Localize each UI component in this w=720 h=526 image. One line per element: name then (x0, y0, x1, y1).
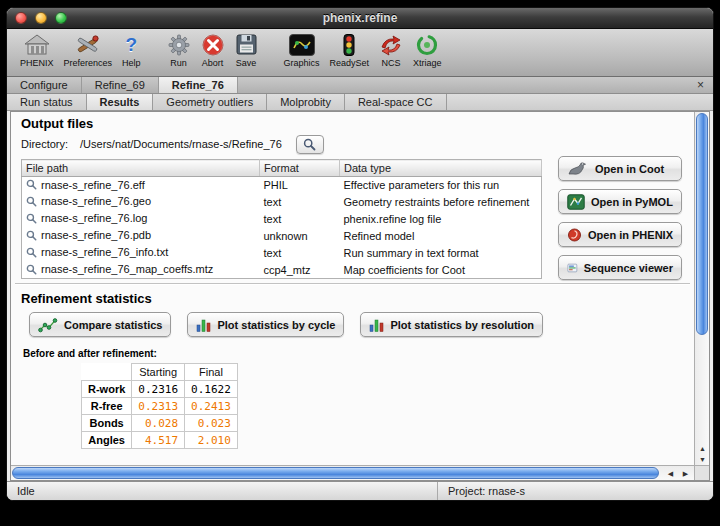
file-data-type: Refined model (340, 228, 542, 245)
directory-label: Directory: (21, 138, 68, 150)
file-row[interactable]: rnase-s_refine_76_info.txt text Run summ… (22, 245, 542, 262)
vertical-scrollbar-thumb[interactable] (696, 113, 708, 335)
question-mark-icon: ? (126, 31, 138, 58)
section-divider (15, 283, 690, 284)
phenix-refine-window: phenix.refine PHENIX Preferences ? Help … (6, 7, 714, 501)
compare-statistics-button[interactable]: Compare statistics (29, 312, 171, 337)
file-name: rnase-s_refine_76.log (41, 212, 147, 224)
vertical-scrollbar-arrows: ▲ ▼ (695, 443, 710, 465)
refinement-statistics-heading: Refinement statistics (21, 291, 684, 306)
horizontal-scrollbar-thumb[interactable] (12, 467, 659, 479)
magnifier-icon (26, 196, 37, 207)
toolbar-button-help[interactable]: ? Help (117, 31, 146, 68)
output-files-table[interactable]: File path Format Data type rnase-s_refin… (21, 159, 542, 279)
scroll-left-icon[interactable]: ◀ (663, 466, 678, 481)
abort-x-icon (201, 31, 225, 58)
open-in-coot-button[interactable]: Open in Coot (558, 156, 682, 181)
scroll-up-icon[interactable]: ▲ (695, 443, 710, 454)
project-label: Project: rnase-s (437, 482, 525, 500)
toolbar-button-label: NCS (382, 58, 401, 68)
tab-geometry-outliers[interactable]: Geometry outliers (153, 94, 267, 110)
file-row[interactable]: rnase-s_refine_76.eff PHIL Effective par… (22, 177, 542, 194)
toolbar-button-ncs[interactable]: NCS (374, 31, 408, 68)
column-header-format[interactable]: Format (260, 160, 340, 177)
file-data-type: Geometry restraints before refinement (340, 194, 542, 211)
phenix-home-icon (24, 31, 50, 58)
minimize-window-button[interactable] (35, 12, 47, 24)
toolbar-button-xtriage[interactable]: Xtriage (408, 31, 447, 68)
window-title: phenix.refine (323, 11, 398, 25)
stat-label: R-free (82, 398, 132, 415)
window-controls (15, 12, 67, 24)
column-header-final: Final (185, 364, 238, 381)
file-data-type: phenix.refine log file (340, 211, 542, 228)
stats-row-r-free: R-free 0.2313 0.2413 (82, 398, 238, 415)
close-tab-icon[interactable]: × (688, 77, 713, 93)
button-label: Plot statistics by resolution (390, 319, 534, 331)
tab-real-space-cc[interactable]: Real-space CC (345, 94, 447, 110)
scroll-down-icon[interactable]: ▼ (695, 454, 710, 465)
toolbar-button-label: Graphics (284, 58, 320, 68)
horizontal-scrollbar-arrows: ◀ ▶ (663, 466, 693, 481)
close-window-button[interactable] (15, 12, 27, 24)
toolbar-button-readyset[interactable]: ReadySet (325, 31, 375, 68)
file-name: rnase-s_refine_76.geo (41, 195, 151, 207)
toolbar-button-save[interactable]: Save (230, 31, 263, 68)
stat-label: Bonds (82, 415, 132, 432)
results-tab-bar: Run status Results Geometry outliers Mol… (7, 94, 713, 111)
coot-bird-icon (567, 161, 589, 177)
toolbar-button-preferences[interactable]: Preferences (59, 31, 118, 68)
directory-value: /Users/nat/Documents/rnase-s/Refine_76 (80, 138, 282, 150)
floppy-disk-icon (235, 31, 258, 58)
traffic-light-icon (337, 31, 361, 58)
open-in-pymol-button[interactable]: Open in PyMOL (558, 189, 682, 214)
file-format: ccp4_mtz (260, 262, 340, 279)
magnifier-icon (303, 138, 316, 151)
toolbar-button-run[interactable]: Run (162, 31, 196, 68)
file-row[interactable]: rnase-s_refine_76.geo text Geometry rest… (22, 194, 542, 211)
button-label: Sequence viewer (584, 262, 673, 274)
button-label: Open in PyMOL (591, 196, 673, 208)
file-row[interactable]: rnase-s_refine_76_map_coeffs.mtz ccp4_mt… (22, 262, 542, 279)
tab-run-status[interactable]: Run status (7, 94, 87, 110)
toolbar-button-abort[interactable]: Abort (196, 31, 230, 68)
file-row[interactable]: rnase-s_refine_76.pdb unknown Refined mo… (22, 228, 542, 245)
button-label: Open in Coot (595, 163, 664, 175)
magnifier-icon (26, 213, 37, 224)
file-row[interactable]: rnase-s_refine_76.log text phenix.refine… (22, 211, 542, 228)
toolbar-button-label: Save (236, 58, 257, 68)
toolbar-button-graphics[interactable]: Graphics (279, 31, 325, 68)
magnifier-icon (26, 264, 37, 275)
magnifier-icon (26, 247, 37, 258)
refinement-stats-table: Starting Final R-work 0.2316 0.1622 R-fr… (81, 363, 238, 449)
zoom-window-button[interactable] (55, 12, 67, 24)
scrollbar-corner (694, 465, 709, 480)
stat-starting-value: 0.2316 (132, 381, 185, 398)
column-header-file-path[interactable]: File path (22, 160, 260, 177)
tab-refine-76[interactable]: Refine_76 (159, 77, 238, 93)
plot-statistics-by-cycle-button[interactable]: Plot statistics by cycle (187, 312, 344, 337)
tab-configure[interactable]: Configure (7, 77, 82, 93)
file-name: rnase-s_refine_76_map_coeffs.mtz (41, 263, 213, 275)
stat-label: R-work (82, 381, 132, 398)
file-format: unknown (260, 228, 340, 245)
vertical-scrollbar[interactable]: ▲ ▼ (694, 112, 709, 465)
plot-statistics-by-resolution-button[interactable]: Plot statistics by resolution (360, 312, 543, 337)
sequence-viewer-button[interactable]: Sequence viewer (558, 255, 682, 280)
toolbar-button-phenix[interactable]: PHENIX (15, 31, 59, 68)
browse-directory-button[interactable] (296, 135, 324, 154)
tab-results[interactable]: Results (87, 94, 154, 110)
stat-starting-value: 0.2313 (132, 398, 185, 415)
file-data-type: Map coefficients for Coot (340, 262, 542, 279)
magnifier-icon (26, 179, 37, 190)
tab-molprobity[interactable]: Molprobity (267, 94, 345, 110)
scroll-right-icon[interactable]: ▶ (678, 466, 693, 481)
tab-refine-69[interactable]: Refine_69 (82, 77, 159, 93)
file-format: text (260, 211, 340, 228)
status-text: Idle (7, 485, 35, 497)
titlebar: phenix.refine (7, 8, 713, 29)
column-header-data-type[interactable]: Data type (340, 160, 542, 177)
toolbar-button-label: PHENIX (20, 58, 54, 68)
horizontal-scrollbar[interactable]: ◀ ▶ (11, 465, 694, 480)
open-in-phenix-button[interactable]: Open in PHENIX (558, 222, 682, 247)
